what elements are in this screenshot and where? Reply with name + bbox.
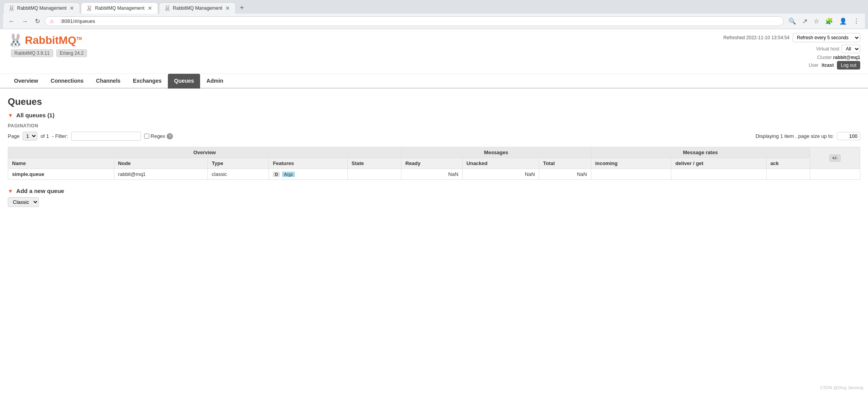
forward-button[interactable]: → bbox=[19, 16, 30, 26]
security-warning-icon: ⚠ bbox=[50, 19, 54, 24]
toggle-col-cell[interactable]: +/- bbox=[810, 147, 860, 169]
queue-unacked-cell: NaN bbox=[462, 169, 539, 180]
col-ready: Ready bbox=[401, 158, 462, 169]
table-col-header-row: Name Node Type Features State Ready Unac… bbox=[8, 158, 860, 169]
tab-favicon-2: 🐰 bbox=[86, 5, 92, 11]
app: 🐰 RabbitMQTM RabbitMQ 3.9.11 Erlang 24.2… bbox=[0, 29, 868, 387]
queue-name-link[interactable]: simple.queue bbox=[12, 171, 44, 177]
tab-title-2: RabbitMQ Management bbox=[95, 5, 144, 11]
all-queues-toggle-icon[interactable]: ▼ bbox=[8, 112, 13, 118]
col-features: Features bbox=[269, 158, 347, 169]
vhost-label: Virtual host bbox=[816, 46, 839, 52]
header: 🐰 RabbitMQTM RabbitMQ 3.9.11 Erlang 24.2… bbox=[0, 29, 868, 74]
back-button[interactable]: ← bbox=[6, 16, 17, 26]
tab-close-1[interactable]: ✕ bbox=[69, 5, 75, 11]
regex-checkbox[interactable] bbox=[144, 134, 149, 139]
nav-overview[interactable]: Overview bbox=[8, 74, 44, 89]
browser-tab-1[interactable]: 🐰 RabbitMQ Management ✕ bbox=[3, 2, 80, 14]
regex-label: Regex bbox=[151, 133, 166, 139]
extensions-icon[interactable]: 🧩 bbox=[823, 16, 835, 26]
user-value: itcast bbox=[822, 63, 834, 68]
profile-icon[interactable]: 👤 bbox=[837, 16, 849, 26]
queue-ready-cell: NaN bbox=[401, 169, 462, 180]
toggle-col-button[interactable]: +/- bbox=[830, 155, 840, 162]
of-label: of 1 bbox=[40, 133, 49, 139]
search-icon[interactable]: 🔍 bbox=[786, 16, 798, 26]
refresh-row: Refreshed 2022-11-10 13:54:54 Refresh ev… bbox=[723, 33, 860, 42]
pagination-label: Pagination bbox=[8, 123, 860, 129]
refreshed-timestamp: Refreshed 2022-11-10 13:54:54 bbox=[723, 35, 790, 40]
refresh-select[interactable]: Refresh every 5 seconds No refresh Refre… bbox=[793, 33, 860, 42]
cluster-label: Cluster bbox=[817, 55, 832, 60]
queue-state-cell bbox=[347, 169, 401, 180]
page-title: Queues bbox=[8, 96, 860, 107]
share-icon[interactable]: ↗ bbox=[800, 16, 810, 26]
col-state: State bbox=[347, 158, 401, 169]
add-queue-title: Add a new queue bbox=[16, 188, 64, 194]
cluster-value: rabbit@mq1 bbox=[833, 55, 860, 60]
browser-chrome: 🐰 RabbitMQ Management ✕ 🐰 RabbitMQ Manag… bbox=[0, 0, 868, 29]
page-size-input[interactable]: 100 bbox=[837, 132, 860, 140]
page-select[interactable]: 1 bbox=[23, 132, 37, 141]
all-queues-section-header: ▼ All queues (1) bbox=[8, 112, 860, 118]
overview-group-header: Overview bbox=[8, 147, 401, 158]
add-queue-form: Classic bbox=[8, 197, 860, 207]
queue-total-cell: NaN bbox=[539, 169, 591, 180]
pagination-row: Page 1 of 1 - Filter: Regex ? Displaying… bbox=[8, 132, 860, 141]
vhost-select[interactable]: All / bbox=[842, 45, 860, 53]
page-label: Page bbox=[8, 133, 19, 139]
tab-favicon-3: 🐰 bbox=[164, 5, 171, 11]
tab-close-3[interactable]: ✕ bbox=[225, 5, 231, 11]
menu-icon[interactable]: ⋮ bbox=[851, 16, 862, 26]
vhost-row: Virtual host All / bbox=[723, 45, 860, 53]
col-ack: ack bbox=[766, 158, 810, 169]
queue-incoming-cell bbox=[591, 169, 671, 180]
filter-input[interactable] bbox=[71, 132, 141, 141]
browser-tab-3[interactable]: 🐰 RabbitMQ Management ✕ bbox=[159, 2, 236, 14]
regex-row: Regex ? bbox=[144, 133, 173, 139]
add-queue-header[interactable]: ▼ Add a new queue bbox=[8, 188, 860, 194]
watermark: CSDN @Ding Jiaxiong bbox=[820, 385, 863, 387]
filter-label: - Filter: bbox=[52, 133, 68, 139]
queue-features-cell: D Args bbox=[269, 169, 347, 180]
header-right: Refreshed 2022-11-10 13:54:54 Refresh ev… bbox=[723, 33, 860, 70]
nav-queues[interactable]: Queues bbox=[168, 74, 200, 89]
messages-group-header: Messages bbox=[401, 147, 591, 158]
browser-toolbar: ← → ↻ ⚠ :8081/#/queues 🔍 ↗ ☆ 🧩 👤 ⋮ bbox=[3, 14, 865, 29]
logo-text: RabbitMQTM bbox=[25, 34, 82, 47]
col-node: Node bbox=[114, 158, 207, 169]
rabbitmq-version-badge: RabbitMQ 3.9.11 bbox=[11, 49, 53, 57]
regex-help-icon[interactable]: ? bbox=[167, 133, 173, 139]
pagination-right: Displaying 1 item , page size up to: 100 bbox=[755, 132, 860, 140]
address-bar[interactable]: ⚠ :8081/#/queues bbox=[45, 16, 784, 26]
tab-close-2[interactable]: ✕ bbox=[147, 5, 153, 11]
displaying-label: Displaying 1 item , page size up to: bbox=[755, 133, 834, 139]
nav-admin[interactable]: Admin bbox=[200, 74, 230, 89]
browser-tab-2[interactable]: 🐰 RabbitMQ Management ✕ bbox=[81, 2, 158, 14]
bookmark-icon[interactable]: ☆ bbox=[811, 16, 821, 26]
col-total: Total bbox=[539, 158, 591, 169]
tab-favicon-1: 🐰 bbox=[8, 5, 15, 11]
nav-channels[interactable]: Channels bbox=[90, 74, 127, 89]
message-rates-group-header: Message rates bbox=[591, 147, 810, 158]
reload-button[interactable]: ↻ bbox=[33, 16, 42, 26]
cluster-row: Cluster rabbit@mq1 bbox=[723, 55, 860, 60]
queue-type-select[interactable]: Classic bbox=[8, 197, 39, 207]
feature-args-badge[interactable]: Args bbox=[282, 172, 295, 177]
nav-exchanges[interactable]: Exchanges bbox=[127, 74, 168, 89]
nav-connections[interactable]: Connections bbox=[44, 74, 90, 89]
col-type: Type bbox=[208, 158, 269, 169]
new-tab-button[interactable]: + bbox=[237, 2, 247, 14]
table-group-header-row: Overview Messages Message rates +/- bbox=[8, 147, 860, 158]
logo-tm: TM bbox=[76, 37, 82, 41]
user-row: User itcast Log out bbox=[723, 61, 860, 70]
table-row: simple.queue rabbit@mq1 classic D Args N… bbox=[8, 169, 860, 180]
toolbar-icons: 🔍 ↗ ☆ 🧩 👤 ⋮ bbox=[786, 16, 862, 26]
tab-title-1: RabbitMQ Management bbox=[17, 5, 66, 11]
logout-button[interactable]: Log out bbox=[837, 61, 860, 70]
add-queue-toggle-icon[interactable]: ▼ bbox=[8, 188, 13, 194]
col-deliver-get: deliver / get bbox=[671, 158, 766, 169]
queue-name-cell: simple.queue bbox=[8, 169, 114, 180]
col-name: Name bbox=[8, 158, 114, 169]
tab-title-3: RabbitMQ Management bbox=[173, 5, 222, 11]
